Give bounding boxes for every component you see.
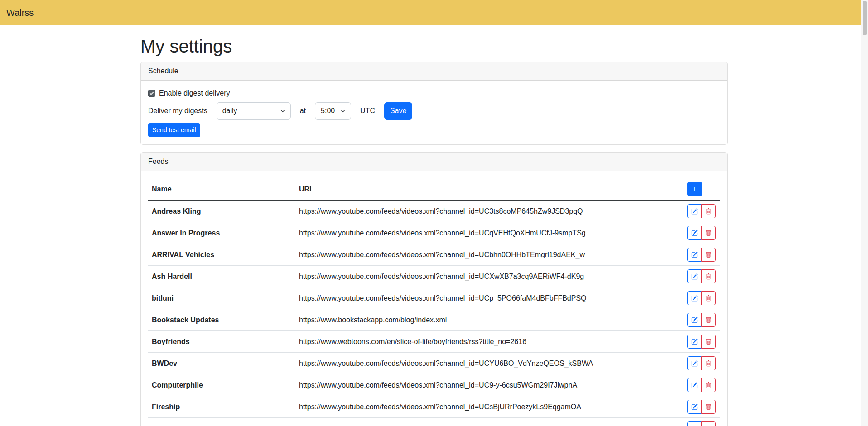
add-feed-button[interactable]: + bbox=[687, 182, 702, 196]
feed-actions bbox=[684, 353, 720, 374]
feed-name: bitluni bbox=[148, 287, 295, 309]
feed-row: BWDev https://www.youtube.com/feeds/vide… bbox=[148, 353, 720, 374]
feed-row: Computerphile https://www.youtube.com/fe… bbox=[148, 374, 720, 396]
pencil-square-icon bbox=[691, 230, 698, 236]
pencil-square-icon bbox=[691, 382, 698, 388]
main-content: My settings Schedule Enable digest deliv… bbox=[140, 35, 728, 426]
column-header-actions: + bbox=[684, 178, 720, 200]
feed-actions bbox=[684, 244, 720, 266]
feed-actions bbox=[684, 266, 720, 287]
delete-feed-button[interactable] bbox=[701, 335, 716, 349]
feed-actions bbox=[684, 309, 720, 331]
delete-feed-button[interactable] bbox=[701, 248, 716, 262]
feed-actions-group bbox=[687, 335, 716, 349]
edit-feed-button[interactable] bbox=[687, 400, 702, 414]
delete-feed-button[interactable] bbox=[701, 378, 716, 392]
edit-feed-button[interactable] bbox=[687, 248, 702, 262]
delete-feed-button[interactable] bbox=[701, 204, 716, 218]
feed-url: https://www.youtube.com/feeds/videos.xml… bbox=[295, 287, 684, 309]
pencil-square-icon bbox=[691, 273, 698, 280]
delete-feed-button[interactable] bbox=[701, 226, 716, 240]
page-scrollbar[interactable] bbox=[861, 0, 868, 426]
feed-row: Go Time https://changelog.com/gotime/fee… bbox=[148, 418, 720, 426]
column-header-name: Name bbox=[148, 178, 295, 200]
enable-digest-label[interactable]: Enable digest delivery bbox=[159, 88, 230, 99]
edit-feed-button[interactable] bbox=[687, 291, 702, 305]
send-test-email-button[interactable]: Send test email bbox=[148, 123, 200, 137]
feed-name: BWDev bbox=[148, 353, 295, 374]
feed-actions-group bbox=[687, 400, 716, 414]
feed-row: bitluni https://www.youtube.com/feeds/vi… bbox=[148, 287, 720, 309]
trash-icon bbox=[705, 360, 712, 367]
chevron-down-icon bbox=[340, 108, 346, 114]
delete-feed-button[interactable] bbox=[701, 269, 716, 283]
page-title: My settings bbox=[140, 35, 728, 57]
top-navbar: Walrss bbox=[0, 0, 868, 25]
feed-actions bbox=[684, 396, 720, 418]
edit-feed-button[interactable] bbox=[687, 226, 702, 240]
feed-actions bbox=[684, 418, 720, 426]
feed-row: Fireship https://www.youtube.com/feeds/v… bbox=[148, 396, 720, 418]
feed-name: Go Time bbox=[148, 418, 295, 426]
feed-actions bbox=[684, 222, 720, 244]
feed-actions-group bbox=[687, 269, 716, 283]
enable-digest-row: Enable digest delivery bbox=[148, 88, 720, 99]
trash-icon bbox=[705, 230, 712, 236]
feed-url: https://www.youtube.com/feeds/videos.xml… bbox=[295, 353, 684, 374]
chevron-down-icon bbox=[280, 108, 286, 114]
feed-name: Bookstack Updates bbox=[148, 309, 295, 331]
time-select-value: 5:00 bbox=[321, 105, 335, 116]
feed-url: https://www.youtube.com/feeds/videos.xml… bbox=[295, 200, 684, 222]
feed-url: https://www.youtube.com/feeds/videos.xml… bbox=[295, 374, 684, 396]
feed-actions bbox=[684, 374, 720, 396]
trash-icon bbox=[705, 339, 712, 345]
edit-feed-button[interactable] bbox=[687, 269, 702, 283]
feeds-table-header-row: Name URL + bbox=[148, 178, 720, 200]
feed-name: Answer In Progress bbox=[148, 222, 295, 244]
pencil-square-icon bbox=[691, 317, 698, 323]
trash-icon bbox=[705, 404, 712, 410]
scrollbar-thumb[interactable] bbox=[863, 1, 867, 35]
schedule-card-header: Schedule bbox=[141, 62, 727, 81]
delivery-schedule-row: Deliver my digests daily at 5:00 UTC Sav… bbox=[148, 102, 720, 120]
edit-feed-button[interactable] bbox=[687, 421, 702, 426]
feed-row: Boyfriends https://www.webtoons.com/en/s… bbox=[148, 331, 720, 353]
delete-feed-button[interactable] bbox=[701, 421, 716, 426]
feed-url: https://www.youtube.com/feeds/videos.xml… bbox=[295, 396, 684, 418]
delete-feed-button[interactable] bbox=[701, 400, 716, 414]
feed-url: https://www.youtube.com/feeds/videos.xml… bbox=[295, 222, 684, 244]
edit-feed-button[interactable] bbox=[687, 313, 702, 327]
feed-row: Andreas Kling https://www.youtube.com/fe… bbox=[148, 200, 720, 222]
feeds-table: Name URL + Andreas Kling https://www.you… bbox=[148, 178, 720, 426]
feed-actions bbox=[684, 287, 720, 309]
trash-icon bbox=[705, 273, 712, 280]
enable-digest-checkbox[interactable] bbox=[148, 90, 155, 97]
save-button[interactable]: Save bbox=[384, 102, 412, 120]
pencil-square-icon bbox=[691, 404, 698, 410]
feed-url: https://www.youtube.com/feeds/videos.xml… bbox=[295, 244, 684, 266]
pencil-square-icon bbox=[691, 252, 698, 258]
edit-feed-button[interactable] bbox=[687, 204, 702, 218]
feed-url: https://www.webtoons.com/en/slice-of-lif… bbox=[295, 331, 684, 353]
delete-feed-button[interactable] bbox=[701, 291, 716, 305]
trash-icon bbox=[705, 252, 712, 258]
edit-feed-button[interactable] bbox=[687, 356, 702, 370]
time-select[interactable]: 5:00 bbox=[315, 102, 351, 120]
feeds-card-header: Feeds bbox=[141, 153, 727, 171]
delete-feed-button[interactable] bbox=[701, 313, 716, 327]
feed-url: https://www.bookstackapp.com/blog/index.… bbox=[295, 309, 684, 331]
feed-actions-group bbox=[687, 204, 716, 218]
frequency-select[interactable]: daily bbox=[217, 102, 291, 120]
feed-row: Bookstack Updates https://www.bookstacka… bbox=[148, 309, 720, 331]
feeds-card: Feeds Name URL + Andreas Kling https://w… bbox=[140, 152, 728, 426]
feed-name: Boyfriends bbox=[148, 331, 295, 353]
feed-name: Ash Hardell bbox=[148, 266, 295, 287]
edit-feed-button[interactable] bbox=[687, 335, 702, 349]
app-brand[interactable]: Walrss bbox=[6, 6, 34, 19]
feed-actions bbox=[684, 200, 720, 222]
feed-row: Ash Hardell https://www.youtube.com/feed… bbox=[148, 266, 720, 287]
edit-feed-button[interactable] bbox=[687, 378, 702, 392]
at-label: at bbox=[300, 105, 306, 116]
delete-feed-button[interactable] bbox=[701, 356, 716, 370]
feed-name: Andreas Kling bbox=[148, 200, 295, 222]
